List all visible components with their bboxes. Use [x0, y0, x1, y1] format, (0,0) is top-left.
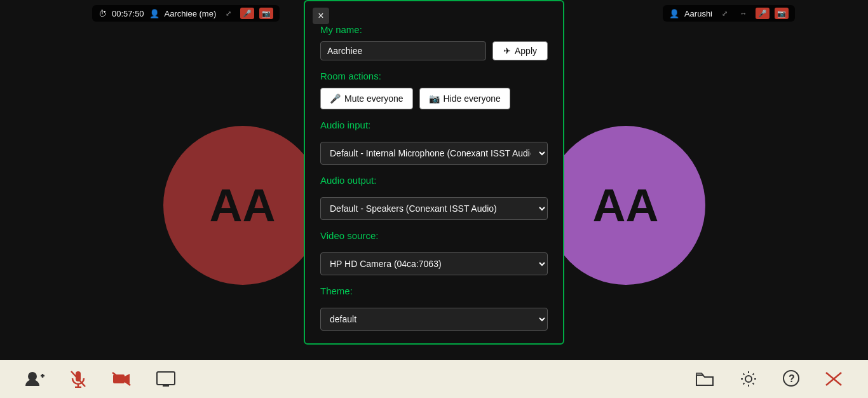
room-actions-label: Room actions: — [320, 71, 548, 81]
svg-point-0 — [28, 372, 37, 381]
send-icon: ✈ — [503, 46, 511, 56]
mic-icon: 🎤 — [330, 93, 341, 104]
swap-icon-right[interactable]: ↔ — [736, 8, 750, 19]
theme-label: Theme: — [320, 285, 548, 296]
settings-modal: × My name: ✈ Apply Room actions: 🎤 Mute … — [304, 0, 564, 345]
participant-name-left: Aarchiee (me) — [165, 9, 217, 18]
participant-tile-left: AA — [163, 126, 322, 285]
participant-name-right: Aarushi — [684, 9, 712, 18]
svg-point-13 — [745, 376, 752, 382]
audio-output-select[interactable]: Default - Speakers (Conexant ISST Audio) — [320, 197, 548, 220]
mute-cam-icon-right[interactable]: 📷 — [775, 8, 789, 19]
toolbar-left — [25, 370, 175, 388]
share-screen-button[interactable] — [156, 371, 175, 387]
toolbar-right: ? — [695, 370, 843, 388]
theme-select[interactable]: default — [320, 308, 548, 331]
audio-output-label: Audio output: — [320, 175, 548, 186]
hide-everyone-button[interactable]: 📷 Hide everyone — [419, 88, 510, 109]
person-icon-right: 👤 — [669, 9, 679, 18]
mute-everyone-button[interactable]: 🎤 Mute everyone — [320, 88, 413, 109]
mute-mic-icon-right[interactable]: 🎤 — [756, 8, 770, 19]
mute-cam-icon-left[interactable]: 📷 — [259, 8, 273, 19]
participant-tile-right: AA — [546, 126, 705, 285]
participant-bar-left: ⏱ 00:57:50 👤 Aarchiee (me) ⤢ 🎤 📷 — [92, 5, 280, 22]
person-icon-left: 👤 — [149, 9, 159, 18]
add-user-button[interactable] — [25, 371, 44, 387]
svg-text:?: ? — [789, 373, 795, 384]
video-source-select[interactable]: HP HD Camera (04ca:7063) — [320, 252, 548, 275]
participant-bar-right: 👤 Aarushi ⤢ ↔ 🎤 📷 — [663, 5, 795, 22]
open-folder-button[interactable] — [695, 371, 714, 387]
svg-rect-10 — [157, 372, 175, 385]
mute-mic-button[interactable] — [70, 370, 86, 388]
video-source-label: Video source: — [320, 230, 548, 241]
video-icon: 📷 — [429, 93, 440, 104]
svg-rect-7 — [113, 374, 125, 383]
mute-cam-button[interactable] — [112, 372, 131, 386]
bottom-toolbar: ? — [0, 360, 868, 398]
apply-button[interactable]: ✈ Apply — [492, 41, 548, 60]
expand-icon-left[interactable]: ⤢ — [221, 8, 235, 19]
room-action-buttons: 🎤 Mute everyone 📷 Hide everyone — [320, 88, 548, 109]
avatar-right: AA — [546, 126, 705, 285]
expand-icon-right[interactable]: ⤢ — [717, 8, 731, 19]
leave-button[interactable] — [825, 371, 843, 387]
modal-close-button[interactable]: × — [313, 8, 329, 24]
timer-display: 00:57:50 — [112, 9, 144, 18]
help-button[interactable]: ? — [783, 370, 799, 388]
timer-icon: ⏱ — [98, 9, 107, 18]
my-name-label: My name: — [320, 24, 548, 35]
name-input[interactable] — [320, 41, 486, 60]
avatar-left: AA — [163, 126, 322, 285]
settings-button[interactable] — [740, 370, 757, 388]
name-row: ✈ Apply — [320, 41, 548, 60]
audio-input-label: Audio input: — [320, 120, 548, 130]
audio-input-select[interactable]: Default - Internal Microphone (Conexant … — [320, 142, 548, 165]
mute-mic-icon-left[interactable]: 🎤 — [240, 8, 254, 19]
